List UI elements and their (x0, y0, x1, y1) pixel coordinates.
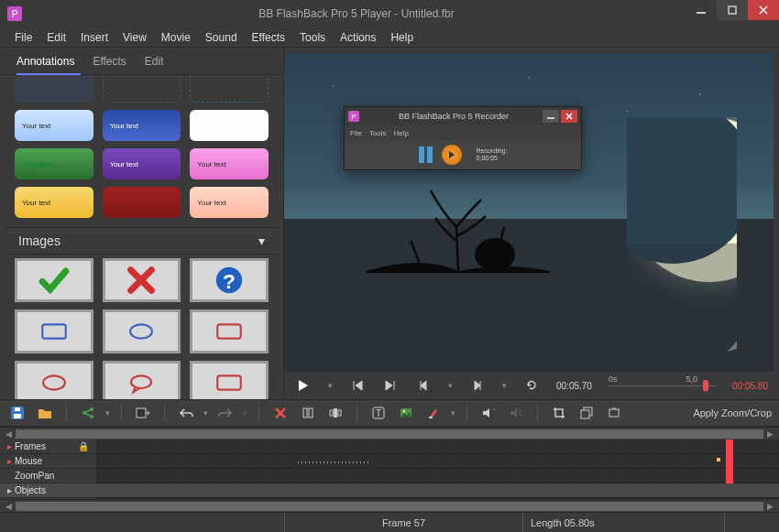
maximize-button[interactable] (717, 0, 748, 20)
menu-insert[interactable]: Insert (73, 29, 115, 46)
timeline-scroll-bottom[interactable]: ◀ ▶ (0, 499, 779, 512)
save-button[interactable] (7, 403, 27, 423)
menu-tools[interactable]: Tools (292, 29, 333, 46)
recorder-window[interactable]: P BB FlashBack Pro 5 Recorder File Tools… (344, 106, 582, 170)
track-mouse[interactable]: ▸Mouse (0, 454, 96, 469)
callout-template[interactable] (103, 75, 181, 103)
fullscreen-button[interactable] (604, 403, 624, 423)
step-back-button[interactable] (415, 380, 432, 391)
menu-help[interactable]: Help (383, 29, 421, 46)
share-button[interactable] (78, 403, 98, 423)
main-toolbar: ▾ ▾ ▾ T ▾ + Apply Zoom/Crop (0, 399, 779, 427)
callout-template[interactable]: Your text (190, 148, 269, 179)
apply-zoom-crop-button[interactable]: Apply Zoom/Crop (693, 407, 772, 418)
stepback-chevron-icon: ▾ (448, 381, 453, 390)
step-forward-button[interactable] (469, 380, 486, 391)
timeline-scroll-top[interactable]: ◀ ▶ (0, 427, 779, 440)
recorder-close[interactable] (561, 110, 577, 123)
scroll-left-icon[interactable]: ◀ (2, 502, 16, 511)
menu-effects[interactable]: Effects (245, 29, 292, 46)
highlight-button[interactable] (423, 403, 444, 423)
scrubber[interactable]: 0s 5,0 (609, 382, 716, 389)
volume-up-button[interactable]: + (478, 403, 499, 423)
image-button[interactable] (396, 403, 416, 423)
callout-template[interactable]: Your text (103, 148, 181, 179)
lock-icon[interactable]: 🔒 (78, 441, 89, 451)
tab-edit[interactable]: Edit (145, 51, 164, 71)
tree-silhouette (367, 163, 550, 273)
svg-point-10 (475, 238, 515, 271)
scroll-left-icon[interactable]: ◀ (2, 429, 16, 439)
delete-button[interactable] (270, 403, 291, 423)
timeline-grid[interactable] (96, 440, 779, 499)
recorder-menu-tools[interactable]: Tools (369, 129, 387, 137)
svg-text:T: T (376, 408, 381, 418)
recorder-minimize[interactable] (543, 110, 559, 123)
text-button[interactable]: T (368, 403, 389, 423)
image-rect-red2[interactable] (190, 361, 269, 399)
timeline-playhead[interactable] (726, 440, 733, 483)
callout-template[interactable] (190, 75, 269, 103)
image-cross[interactable] (103, 258, 181, 302)
callout-template[interactable]: Your text (15, 110, 93, 141)
svg-text:+: + (492, 407, 495, 414)
export-button[interactable] (133, 403, 153, 423)
insert-frame-button[interactable] (325, 403, 346, 423)
svg-rect-14 (15, 407, 20, 411)
callout-template[interactable]: Your text (103, 110, 181, 141)
menu-view[interactable]: View (115, 29, 154, 46)
skip-end-button[interactable] (382, 380, 399, 391)
menu-sound[interactable]: Sound (198, 29, 245, 46)
image-oval-blue[interactable] (103, 309, 181, 353)
images-section-header[interactable]: Images ▾ (5, 227, 278, 255)
video-preview[interactable]: P BB FlashBack Pro 5 Recorder File Tools… (284, 53, 774, 372)
stop-record-button[interactable] (442, 145, 462, 165)
tab-effects[interactable]: Effects (93, 51, 126, 71)
track-zoompan[interactable]: ZoomPan (0, 469, 96, 483)
minimize-button[interactable] (686, 0, 717, 20)
layers-button[interactable] (576, 403, 597, 423)
callout-template[interactable] (103, 187, 181, 218)
callout-template[interactable]: Your text (15, 187, 93, 218)
skip-start-button[interactable] (349, 380, 366, 391)
scroll-right-icon[interactable]: ▶ (763, 429, 777, 439)
image-question[interactable]: ? (190, 258, 269, 302)
menu-edit[interactable]: Edit (39, 29, 73, 46)
recorder-menu-file[interactable]: File (350, 129, 362, 137)
status-empty (724, 513, 779, 532)
close-button[interactable] (748, 0, 779, 20)
scrub-start: 0s (609, 375, 618, 384)
callout-text: Your text (110, 122, 138, 130)
volume-mute-button[interactable] (506, 403, 526, 423)
redo-button[interactable] (215, 403, 236, 423)
menu-movie[interactable]: Movie (154, 29, 198, 46)
callout-template[interactable]: Your text (190, 110, 269, 141)
crop-button[interactable] (549, 403, 569, 423)
open-button[interactable] (35, 403, 55, 423)
callout-template[interactable]: Your text (190, 187, 269, 218)
highlight-chevron-icon: ▾ (451, 408, 455, 418)
crop-frames-button[interactable] (298, 403, 318, 423)
image-bubble-red[interactable] (103, 361, 181, 399)
menu-actions[interactable]: Actions (333, 29, 383, 46)
scroll-right-icon[interactable]: ▶ (763, 502, 777, 511)
svg-rect-9 (217, 375, 241, 389)
callout-template[interactable] (15, 75, 93, 103)
image-oval-red[interactable] (15, 361, 93, 399)
playhead-icon[interactable] (703, 380, 708, 391)
play-chevron-icon: ▾ (328, 381, 333, 390)
undo-button[interactable] (176, 403, 196, 423)
image-rect-blue[interactable] (15, 309, 93, 353)
track-objects[interactable]: ▸Objects (0, 483, 96, 498)
image-rect-red[interactable] (190, 309, 269, 353)
recorder-menu-help[interactable]: Help (394, 129, 409, 137)
callout-template[interactable]: Your text (15, 148, 93, 179)
tab-annotations[interactable]: Annotations (16, 51, 74, 71)
svg-point-7 (43, 375, 65, 389)
image-checkmark[interactable] (15, 258, 93, 302)
pause-button[interactable] (419, 147, 433, 163)
track-frames[interactable]: ▸Frames🔒 (0, 440, 96, 454)
play-button[interactable] (295, 379, 312, 392)
loop-button[interactable] (523, 379, 540, 392)
menu-file[interactable]: File (7, 29, 39, 46)
